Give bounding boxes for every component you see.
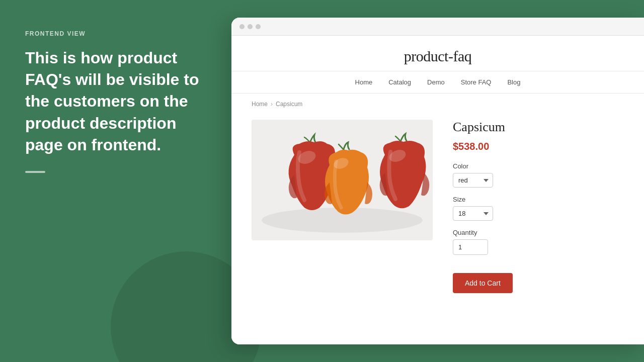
product-details: Capsicum $538.00 Color red Size 18	[453, 120, 624, 293]
product-image-container	[252, 120, 433, 293]
left-panel: FRONTEND VIEW This is how product FAQ's …	[0, 0, 231, 362]
size-select[interactable]: 18	[453, 206, 493, 221]
description-text: This is how product FAQ's will be visibl…	[25, 47, 206, 156]
browser-dot-2	[248, 24, 253, 29]
color-option-group: Color red	[453, 162, 624, 188]
size-option-group: Size 18	[453, 196, 624, 221]
quantity-label: Quantity	[453, 229, 624, 236]
store-content: product-faq Home Catalog Demo Store FAQ …	[231, 36, 644, 344]
size-label: Size	[453, 196, 624, 203]
nav-item-catalog[interactable]: Catalog	[388, 78, 411, 86]
browser-panel: product-faq Home Catalog Demo Store FAQ …	[231, 0, 644, 362]
store-title: product-faq	[231, 48, 644, 65]
frontend-view-label: FRONTEND VIEW	[25, 30, 206, 37]
breadcrumb-separator: ›	[271, 101, 273, 108]
quantity-option-group: Quantity	[453, 229, 624, 255]
color-label: Color	[453, 162, 624, 170]
product-section: Capsicum $538.00 Color red Size 18	[231, 115, 644, 313]
product-price: $538.00	[453, 141, 624, 152]
breadcrumb: Home › Capsicum	[231, 94, 644, 115]
accent-line	[25, 171, 45, 173]
quantity-input[interactable]	[453, 239, 488, 255]
nav-item-home[interactable]: Home	[355, 78, 373, 86]
product-image	[252, 120, 433, 240]
breadcrumb-home[interactable]: Home	[252, 101, 268, 108]
nav-item-blog[interactable]: Blog	[507, 78, 520, 86]
breadcrumb-current: Capsicum	[276, 101, 302, 108]
store-nav: Home Catalog Demo Store FAQ Blog	[231, 71, 644, 94]
browser-chrome	[231, 18, 644, 36]
browser-dot-3	[256, 24, 261, 29]
browser-window: product-faq Home Catalog Demo Store FAQ …	[231, 18, 644, 344]
add-to-cart-button[interactable]: Add to Cart	[453, 273, 513, 293]
color-select[interactable]: red	[453, 173, 493, 188]
nav-item-demo[interactable]: Demo	[427, 78, 445, 86]
nav-item-store-faq[interactable]: Store FAQ	[461, 78, 492, 86]
store-header: product-faq	[231, 36, 644, 71]
browser-dot-1	[239, 24, 245, 29]
product-name: Capsicum	[453, 120, 624, 135]
